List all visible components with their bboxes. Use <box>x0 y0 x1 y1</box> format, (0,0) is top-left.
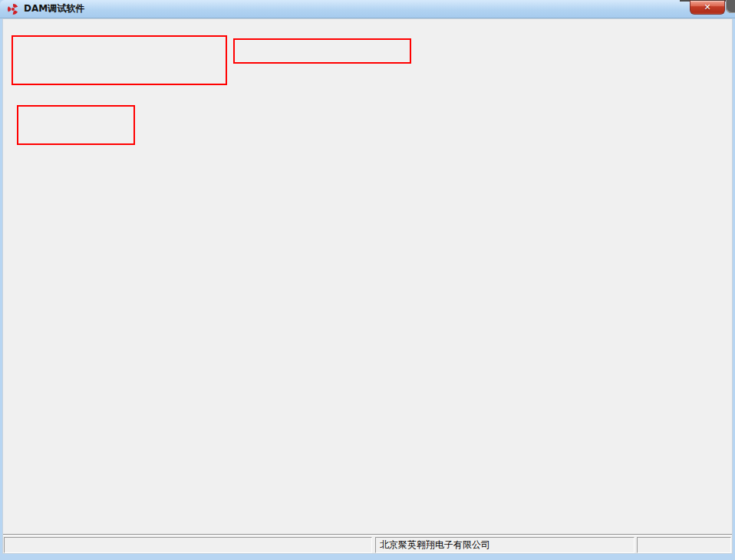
app-window: 选择设备 DAM调试软件 ✕ 串口设定 串 口 COM1 波特率 9600 设备… <box>0 0 735 560</box>
window-frame-left <box>0 18 2 560</box>
background-window-corner <box>726 0 735 13</box>
close-button[interactable]: ✕ <box>690 0 725 15</box>
statusbar-divider <box>3 534 732 535</box>
statusbar-pane-right <box>637 537 731 553</box>
window-frame-bottom <box>0 554 735 560</box>
window-title: DAM调试软件 <box>24 2 84 15</box>
company-label: 北京聚英翱翔电子有限公司 <box>380 539 490 550</box>
statusbar-pane-company: 北京聚英翱翔电子有限公司 <box>375 537 634 553</box>
client-area <box>2 18 733 554</box>
app-logo-icon <box>7 3 19 15</box>
statusbar-pane-left <box>4 537 372 553</box>
titlebar: DAM调试软件 <box>0 0 735 18</box>
